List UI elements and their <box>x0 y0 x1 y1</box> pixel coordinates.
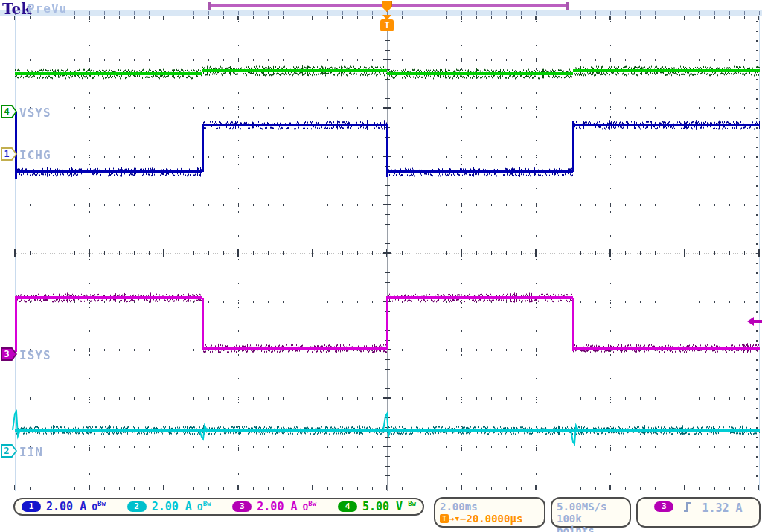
trigger-source-badge: 3 <box>654 501 673 512</box>
trigger-level-value: 1.32 A <box>702 501 742 515</box>
channel-1-readout: 1 2.00 A ΩBw <box>22 500 106 513</box>
channel-2-readout: 2 2.00 A ΩBw <box>127 500 211 513</box>
channel-4-readout: 4 5.00 V Bw <box>338 500 416 513</box>
channel-2-badge: 2 <box>127 501 147 512</box>
channel-3-label: ISYS <box>19 348 51 362</box>
horizontal-readout-box[interactable]: 2.00ms T→▼−20.0000µs <box>434 497 545 528</box>
acquisition-readout-box[interactable]: 5.00MS/s 100k points <box>551 497 631 528</box>
channel-readout-box[interactable]: 1 2.00 A ΩBw 2 2.00 A ΩBw 3 2.00 A ΩBw 4… <box>13 498 424 516</box>
rising-edge-slope-icon <box>683 501 692 513</box>
channel-2-marker-number: 2 <box>1 446 13 456</box>
channel-2-label: IIN <box>19 445 43 459</box>
down-pointer-icon: ▼ <box>455 515 459 522</box>
channel-3-marker-number: 3 <box>1 349 13 359</box>
trigger-delay-value: −20.0000µs <box>460 513 522 525</box>
trigger-t-icon: T <box>440 514 449 523</box>
channel-4-bandwidth: Bw <box>408 500 416 513</box>
acquisition-status: PreVu <box>28 1 67 16</box>
channel-1-coupling: ΩBw <box>92 500 106 513</box>
channel-3-badge: 3 <box>232 501 252 512</box>
channel-1-label: ICHG <box>19 148 51 162</box>
sample-rate: 5.00MS/s <box>557 501 625 513</box>
channel-2-coupling: ΩBw <box>197 500 211 513</box>
channel-4-marker-number: 4 <box>1 106 13 117</box>
channel-4-label: VSYS <box>19 106 51 120</box>
channel-3-scale: 2.00 A <box>257 500 297 513</box>
waveform-display <box>0 0 762 493</box>
trigger-readout-box[interactable]: 3 1.32 A <box>636 497 761 528</box>
channel-1-scale: 2.00 A <box>46 500 86 513</box>
channel-1-marker-number: 1 <box>1 149 13 159</box>
oscilloscope-screen: Tek PreVu T 4 VSYS 1 ICHG 3 ISYS 2 IIN 1… <box>0 0 762 532</box>
trigger-marker-badge[interactable]: T <box>380 19 394 31</box>
channel-2-scale: 2.00 A <box>152 500 192 513</box>
channel-4-badge: 4 <box>338 501 357 512</box>
trigger-delay-readout: T→▼−20.0000µs <box>440 513 540 525</box>
record-length: 100k points <box>557 513 625 532</box>
channel-3-readout: 3 2.00 A ΩBw <box>232 500 316 513</box>
channel-4-scale: 5.00 V <box>362 500 403 513</box>
timebase-scale: 2.00ms <box>440 501 540 513</box>
channel-1-badge: 1 <box>22 501 41 512</box>
right-arrow-icon: → <box>449 514 455 524</box>
channel-3-coupling: ΩBw <box>303 500 317 513</box>
